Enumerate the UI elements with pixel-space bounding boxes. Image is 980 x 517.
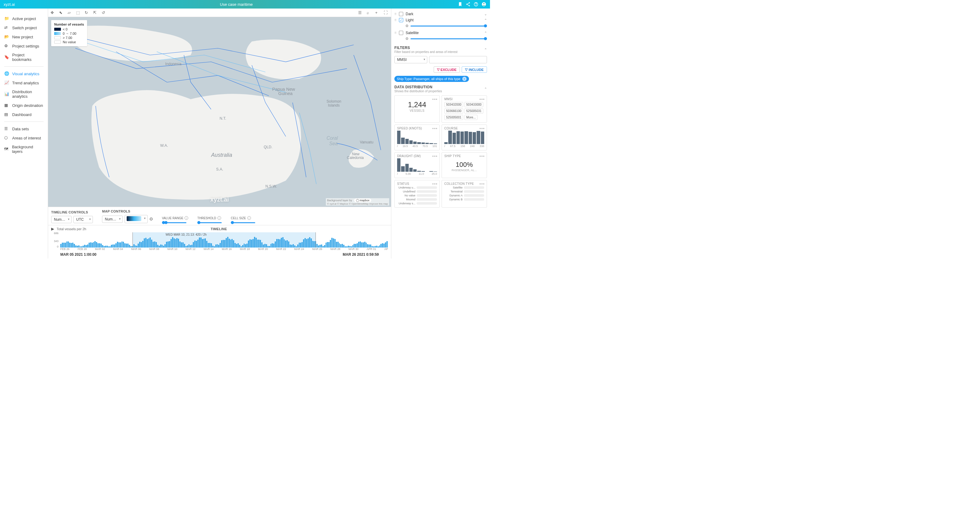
drag-handle-icon[interactable]: ⠿	[395, 19, 396, 22]
sidebar-item-trend-analytics[interactable]: 📈Trend analytics	[0, 78, 48, 87]
satellite-checkbox[interactable]	[399, 31, 403, 35]
sidebar-item-switch-project[interactable]: ⇄Switch project	[0, 23, 48, 32]
dist-bar	[417, 171, 420, 172]
sidebar-item-origin-destination[interactable]: ▦Origin destination	[0, 101, 48, 110]
zoom-in-icon[interactable]: +	[375, 10, 380, 15]
dist-bar	[405, 164, 409, 172]
opacity-slider[interactable]	[410, 38, 487, 39]
filter-chip[interactable]: Ship Type: Passenger, all ships of this …	[395, 76, 469, 82]
lasso-icon[interactable]: ⬚	[76, 10, 81, 15]
help-icon[interactable]	[474, 2, 479, 7]
cell-size-slider[interactable]	[231, 222, 255, 223]
map-label: Australia	[211, 152, 232, 158]
timeline-bar	[383, 243, 385, 248]
close-icon[interactable]: ×	[462, 77, 466, 81]
card-menu-icon[interactable]: •••	[432, 181, 438, 186]
sidebar-item-project-settings[interactable]: ⚙Project settings	[0, 41, 48, 51]
sidebar-item-active-project[interactable]: 📁Active project	[0, 14, 48, 23]
drag-handle-icon[interactable]: ⠿	[395, 13, 396, 16]
map-label: Caledonia	[347, 156, 364, 160]
light-checkbox[interactable]: ✓	[399, 18, 403, 22]
sidebar-item-distribution-analytics[interactable]: 📊Distribution analytics	[0, 87, 48, 101]
account-icon[interactable]	[482, 2, 486, 7]
export-icon[interactable]: ⇱	[93, 10, 98, 15]
sidebar-item-areas-of-interest[interactable]: ⬡Areas of interest	[0, 134, 48, 143]
filter-property-select[interactable]: MMSI	[395, 56, 427, 63]
card-menu-icon[interactable]: •••	[479, 97, 485, 102]
search-icon[interactable]: ⌕	[367, 10, 372, 15]
sidebar-item-label: Dashboard	[12, 112, 32, 117]
refresh-icon[interactable]: ↻	[85, 10, 89, 15]
card-menu-icon[interactable]: •••	[432, 126, 438, 131]
timeline-bar	[370, 245, 371, 248]
mmsi-tag[interactable]: 503432000	[444, 102, 463, 107]
exclude-button[interactable]: ▽EXCLUDE	[434, 66, 460, 73]
box-select-icon[interactable]: ▱	[68, 10, 73, 15]
chevron-up-icon[interactable]: ⌃	[484, 87, 487, 91]
info-icon[interactable]: i	[185, 216, 188, 220]
gear-icon[interactable]: ⚙	[405, 37, 409, 41]
include-button[interactable]: ▽INCLUDE	[462, 66, 487, 73]
center-area: ✥ ⬉ ▱ ⬚ ↻ ⇱ ↺ ☰ ⌕ + ⛶	[48, 8, 391, 259]
card-menu-icon[interactable]: •••	[432, 97, 438, 102]
sidebar-item-project-bookmarks[interactable]: 🔖Project bookmarks	[0, 51, 48, 64]
timeline-value-select[interactable]: Num…	[51, 216, 72, 223]
threshold-slider[interactable]	[197, 222, 222, 223]
filter-value-input[interactable]	[429, 56, 487, 63]
legend-label: 0 → 7.00	[63, 32, 76, 35]
chevron-up-icon[interactable]: ⌃	[484, 18, 487, 22]
cell-size-label: CELL SIZE	[231, 216, 246, 220]
timeline-chart[interactable]: WED MAR 10, 21:13: 420 / 2h	[60, 232, 388, 248]
play-icon[interactable]: ▶	[51, 226, 54, 231]
chevron-up-icon[interactable]: ⌃	[484, 48, 487, 52]
map-value-select[interactable]: Num…	[102, 216, 123, 223]
card-menu-icon[interactable]: •••	[479, 181, 485, 186]
map[interactable]: Australia Papua New Guinea Coral Sea Ind…	[48, 17, 391, 207]
value-range-slider[interactable]	[162, 222, 186, 223]
timezone-select[interactable]: UTC	[73, 216, 93, 223]
pan-icon[interactable]: ✥	[51, 10, 56, 15]
chevron-down-icon[interactable]: ⌄	[484, 12, 487, 16]
sidebar-item-visual-analytics[interactable]: 🌐Visual analytics	[0, 69, 48, 78]
sidebar-item-background-layers[interactable]: 🗺Background layers	[0, 143, 48, 156]
mmsi-tag[interactable]: 503666100	[444, 108, 463, 114]
map-label: Islands	[328, 103, 340, 108]
compass-icon[interactable]: ✪	[150, 217, 153, 221]
fullscreen-icon[interactable]: ⛶	[384, 10, 388, 15]
opacity-slider[interactable]	[410, 25, 487, 27]
mmsi-tag[interactable]: 525005031	[465, 108, 483, 114]
bookmark-icon[interactable]	[458, 2, 463, 7]
hbar-track	[464, 186, 484, 189]
dark-checkbox[interactable]	[399, 12, 403, 16]
dist-bar	[481, 132, 484, 144]
sidebar-item-data-sets[interactable]: ☰Data sets	[0, 124, 48, 134]
sidebar-item-new-project[interactable]: 📂New project	[0, 32, 48, 41]
x-tick: APR 01	[367, 248, 376, 252]
info-icon[interactable]: i	[218, 216, 221, 220]
info-icon[interactable]: i	[247, 216, 251, 220]
svg-point-0	[469, 2, 470, 3]
reset-icon[interactable]: ↺	[102, 10, 107, 15]
chevron-up-icon[interactable]: ⌃	[484, 31, 487, 35]
select-icon[interactable]: ⬉	[59, 10, 64, 15]
share-icon[interactable]	[466, 2, 471, 7]
card-menu-icon[interactable]: •••	[432, 154, 438, 159]
timeline-bar	[343, 245, 344, 248]
list-icon[interactable]: ☰	[358, 10, 363, 15]
mmsi-tag[interactable]: More...	[465, 115, 477, 120]
drag-handle-icon[interactable]: ⠿	[395, 31, 396, 35]
timeline-bar	[369, 245, 370, 248]
sidebar-item-label: Project bookmarks	[12, 52, 43, 62]
gradient-select[interactable]	[124, 215, 148, 223]
threshold-label: THRESHOLD	[197, 216, 216, 220]
timeline-bar	[326, 243, 327, 248]
mmsi-tag[interactable]: 503433000	[465, 102, 483, 107]
gear-icon[interactable]: ⚙	[405, 24, 409, 28]
legend-label: No value	[63, 40, 76, 44]
legend-label: < 0	[63, 27, 68, 31]
sidebar-item-dashboard[interactable]: ▤Dashboard	[0, 110, 48, 119]
mmsi-tag[interactable]: 525005001	[444, 115, 463, 120]
dist-bar	[460, 132, 464, 144]
card-menu-icon[interactable]: •••	[479, 154, 485, 159]
card-menu-icon[interactable]: •••	[479, 126, 485, 131]
